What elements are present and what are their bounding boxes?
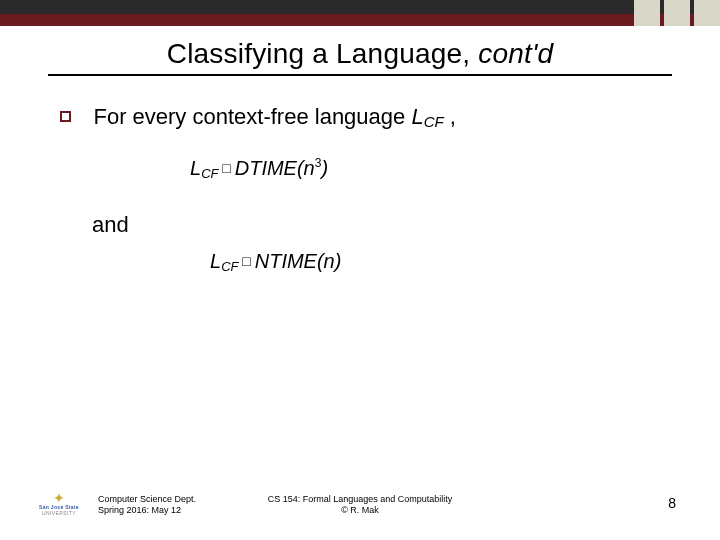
footer-center-line2: © R. Mak [0,505,720,516]
bullet-lang-sub: CF [424,113,444,130]
bullet-suffix: , [444,104,456,129]
f2-sub: CF [221,259,238,274]
decor-bar-red [0,14,720,26]
decor-corner-squares [630,0,720,26]
slide-title: Classifying a Language, cont'd [0,38,720,70]
f1-class: DTIME [235,157,297,179]
decor-bar-dark [0,0,720,14]
f2-var: n [324,250,335,272]
f1-rel: □ [218,160,234,176]
and-label: and [92,212,129,238]
footer-center-line1: CS 154: Formal Languages and Computabili… [0,494,720,505]
footer-center: CS 154: Formal Languages and Computabili… [0,494,720,517]
bullet-prefix: For every context-free language [93,104,411,129]
bullet-lang-sym: L [411,104,423,129]
bullet-line: For every context-free language LCF , [60,104,680,130]
f1-sub: CF [201,166,218,181]
bullet-icon [60,111,71,122]
formula-dtime: LCF □ DTIME(n3) [190,156,328,181]
f1-sym: L [190,157,201,179]
title-underline [48,74,672,76]
f1-var: n [304,157,315,179]
footer: ✦ San José State UNIVERSITY Computer Sci… [0,482,720,522]
f1-open: ( [297,157,304,179]
f2-class: NTIME [255,250,317,272]
bullet-text: For every context-free language LCF , [93,104,455,129]
formula-ntime: LCF □ NTIME(n) [210,250,341,274]
page-number: 8 [668,495,676,511]
f2-rel: □ [238,253,254,269]
title-italic: cont'd [478,38,553,69]
f2-open: ( [317,250,324,272]
title-main: Classifying a Language, [167,38,478,69]
f2-close: ) [335,250,342,272]
f1-close: ) [321,157,328,179]
f2-sym: L [210,250,221,272]
